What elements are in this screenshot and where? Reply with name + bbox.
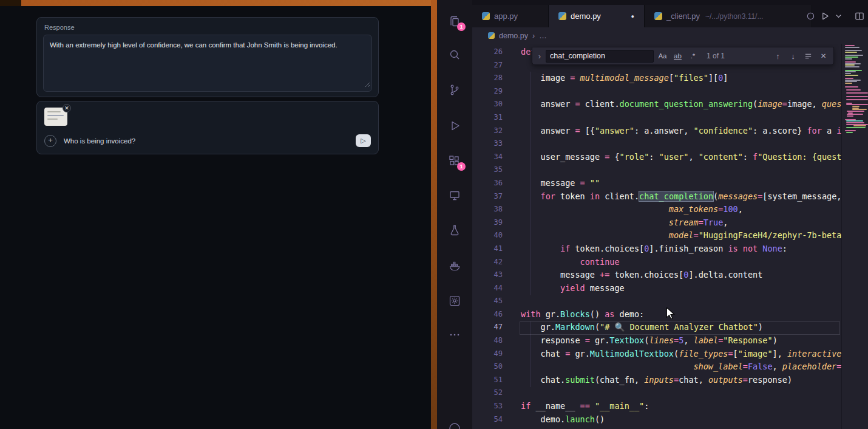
code-line-44[interactable]: 44 yield message xyxy=(472,282,841,295)
chat-message-input[interactable]: Who is being invoiced? xyxy=(64,137,356,145)
explorer-icon[interactable]: 1 xyxy=(447,14,462,29)
remove-attachment-button[interactable]: ✕ xyxy=(63,104,71,112)
dev-container-icon[interactable] xyxy=(447,293,462,308)
code-lines: 26def chat_fn(multimodal_message):2728 i… xyxy=(472,46,841,429)
tab-app-py[interactable]: app.py xyxy=(472,5,549,27)
code-line-43[interactable]: 43 message += token.choices[0].delta.con… xyxy=(472,269,841,282)
editor-actions xyxy=(806,5,864,27)
find-input[interactable] xyxy=(546,50,654,63)
breadcrumb-more[interactable]: … xyxy=(539,32,547,40)
code-line-34[interactable]: 34 user_message = {"role": "user", "cont… xyxy=(472,151,841,164)
find-in-selection-icon[interactable] xyxy=(802,50,815,63)
code-line-55[interactable]: 55 xyxy=(472,426,841,429)
code-editor[interactable]: 26def chat_fn(multimodal_message):2728 i… xyxy=(472,44,868,429)
tab-path-description: ~/.../python3.11/... xyxy=(705,12,764,21)
attachment-thumbnail: ✕ xyxy=(44,108,67,126)
code-line-46[interactable]: 46with gr.Blocks() as demo: xyxy=(472,308,841,321)
explorer-badge: 1 xyxy=(457,22,466,31)
editor-group: app.py demo.py ● _client.py ~/.../python… xyxy=(472,0,868,429)
modified-dot-icon: ● xyxy=(631,13,634,19)
response-group: Response With an extremely high level of… xyxy=(36,17,379,97)
match-case-button[interactable]: Aa xyxy=(656,50,669,63)
find-close-button[interactable]: ✕ xyxy=(817,50,830,63)
find-widget: › Aa ab .* 1 of 1 ↑ ↓ ✕ xyxy=(532,47,834,65)
code-line-29[interactable]: 29 xyxy=(472,85,841,98)
code-line-39[interactable]: 39 stream=True, xyxy=(472,216,841,230)
activity-bar: 1 1 xyxy=(437,0,472,429)
python-file-icon xyxy=(558,12,566,20)
code-line-33[interactable]: 33 xyxy=(472,137,841,151)
find-previous-button[interactable]: ↑ xyxy=(771,50,784,63)
run-dropdown-chevron-icon[interactable] xyxy=(835,13,842,19)
code-line-40[interactable]: 40 model="HuggingFaceH4/zephyr-7b-beta") xyxy=(472,229,841,242)
docker-icon[interactable] xyxy=(447,258,462,273)
code-line-30[interactable]: 30 answer = client.document_question_ans… xyxy=(472,98,841,111)
response-label: Response xyxy=(44,24,372,31)
code-line-48[interactable]: 48 response = gr.Textbox(lines=5, label=… xyxy=(472,334,841,348)
python-file-icon xyxy=(482,12,490,20)
minimap[interactable] xyxy=(841,44,868,429)
run-debug-icon[interactable] xyxy=(447,118,462,133)
vscode-window: 1 1 xyxy=(437,0,868,429)
code-line-35[interactable]: 35 xyxy=(472,163,841,177)
extensions-badge: 1 xyxy=(457,162,466,171)
code-line-31[interactable]: 31 xyxy=(472,111,841,125)
code-line-28[interactable]: 28 image = multimodal_message["files"][0… xyxy=(472,72,841,85)
find-next-button[interactable]: ↓ xyxy=(787,50,799,63)
run-python-file-button[interactable] xyxy=(821,12,830,21)
tab-bar: app.py demo.py ● _client.py ~/.../python… xyxy=(472,0,868,27)
whole-word-button[interactable]: ab xyxy=(671,50,684,63)
code-line-50[interactable]: 50 show_label=False, placeholder= xyxy=(472,360,841,374)
code-line-53[interactable]: 53if __name__ == "__main__": xyxy=(472,400,841,413)
find-expand-chevron-icon[interactable]: › xyxy=(536,52,543,61)
code-line-51[interactable]: 51 chat.submit(chat_fn, inputs=chat, out… xyxy=(472,374,841,387)
screenshot-root: Response With an extremely high level of… xyxy=(0,0,868,429)
code-line-41[interactable]: 41 if token.choices[0].finish_reason is … xyxy=(472,242,841,256)
add-file-button[interactable]: + xyxy=(44,135,56,147)
tab-client-py[interactable]: _client.py ~/.../python3.11/... xyxy=(645,5,812,27)
account-icon[interactable] xyxy=(447,421,462,429)
code-line-52[interactable]: 52 xyxy=(472,386,841,400)
response-textarea[interactable]: With an extremely high level of confiden… xyxy=(43,35,372,92)
breadcrumb-separator: › xyxy=(532,32,535,40)
python-file-icon xyxy=(488,32,495,39)
more-icon[interactable] xyxy=(447,328,462,342)
code-line-45[interactable]: 45 xyxy=(472,295,841,308)
browser-titlebar xyxy=(0,0,431,6)
breadcrumb-file[interactable]: demo.py xyxy=(499,32,528,40)
breadcrumb: demo.py › … xyxy=(472,27,868,44)
find-results-count: 1 of 1 xyxy=(707,52,725,60)
split-editor-button[interactable] xyxy=(855,12,864,21)
tab-demo-py[interactable]: demo.py ● xyxy=(549,5,645,27)
remote-explorer-icon[interactable] xyxy=(447,188,462,203)
source-control-icon[interactable] xyxy=(447,83,462,97)
multimodal-textbox: ✕ + Who is being invoiced? ▷ xyxy=(36,101,379,154)
send-button[interactable]: ▷ xyxy=(356,134,371,147)
testing-icon[interactable] xyxy=(447,224,462,238)
extensions-icon[interactable]: 1 xyxy=(447,154,462,168)
code-line-38[interactable]: 38 max_tokens=100, xyxy=(472,203,841,216)
code-line-36[interactable]: 36 message = "" xyxy=(472,177,841,190)
code-line-42[interactable]: 42 continue xyxy=(472,256,841,269)
code-line-47[interactable]: 47 gr.Markdown("# 🔍 Document Analyzer Ch… xyxy=(472,321,841,334)
code-line-32[interactable]: 32 answer = [{"answer": a.answer, "confi… xyxy=(472,125,841,138)
resize-grip-icon[interactable] xyxy=(365,79,370,90)
code-line-49[interactable]: 49 chat = gr.MultimodalTextbox(file_type… xyxy=(472,348,841,361)
gradio-app: Response With an extremely high level of… xyxy=(0,0,431,429)
python-file-icon xyxy=(654,12,662,20)
circle-outline-icon[interactable] xyxy=(806,12,815,21)
window-divider xyxy=(431,0,437,429)
code-line-37[interactable]: 37 for token in client.chat_completion(m… xyxy=(472,190,841,204)
regex-button[interactable]: .* xyxy=(687,50,699,63)
code-line-54[interactable]: 54 demo.launch() xyxy=(472,413,841,427)
search-icon[interactable] xyxy=(447,47,462,62)
